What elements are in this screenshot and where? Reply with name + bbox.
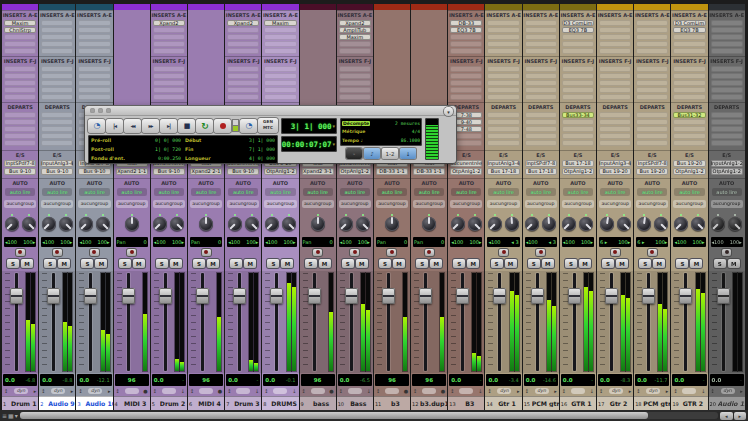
insert-slot[interactable] [673,41,705,47]
voice-spinner-icon[interactable]: ↕ [673,388,677,394]
insert-slot[interactable] [450,73,482,79]
sync-online-button[interactable]: ◔ [240,119,257,133]
volume-readout[interactable]: 0.0 [563,377,573,383]
insert-slot[interactable] [487,66,519,72]
send-slot[interactable] [562,126,594,132]
insert-slot[interactable] [562,87,594,93]
output-selector[interactable]: DB-33 1-1 [413,168,445,175]
pan-knob[interactable] [674,217,688,231]
send-slot[interactable] [599,112,631,118]
group-selector[interactable]: aucungroup [190,200,222,208]
output-selector[interactable]: Xpand2 1-1 [116,168,148,175]
insert-slot[interactable]: ChnlStrp [4,27,36,33]
pan-value-display[interactable]: ◂100100▸ [227,237,259,247]
send-slot[interactable] [41,140,73,146]
pan-knob[interactable] [245,217,259,231]
voice-spinner-icon[interactable]: ↕ [190,388,194,394]
insert-slot[interactable] [636,20,668,26]
track-name-row[interactable]: 7 Drum 3 [225,396,261,410]
pan-value-display[interactable]: ◂100100▸ [41,237,73,247]
output-window-icon[interactable]: ↓ [478,388,482,394]
mix-view-icon[interactable]: ▾ [15,412,18,420]
send-slot[interactable] [562,133,594,139]
volume-readout[interactable]: 0.0 [228,377,238,383]
insert-slot[interactable] [487,80,519,86]
send-slot[interactable] [41,133,73,139]
pan-value-display[interactable]: ◂100100▸ [339,237,371,247]
track-name-row[interactable]: 13 B3 [448,396,484,410]
insert-slot[interactable] [673,34,705,40]
group-selector[interactable]: aucungroup [41,200,73,208]
pan-knob[interactable] [488,217,502,231]
fader-handle[interactable] [493,288,506,304]
solo-button[interactable]: S [416,259,428,268]
insert-slot[interactable] [153,41,185,47]
mute-button[interactable]: M [133,259,145,268]
record-arm-button[interactable] [387,249,396,256]
track-name-row[interactable]: 11 b3 [374,396,410,410]
insert-slot[interactable]: Xpand2 [227,20,259,26]
insert-slot[interactable] [525,94,557,100]
group-selector[interactable]: aucungroup [673,200,705,208]
mute-button[interactable]: M [58,259,70,268]
insert-slot[interactable] [227,66,259,72]
voice-selector[interactable] [273,388,287,394]
pan-value-display[interactable]: ◂100100▸ [711,237,743,247]
peak-readout[interactable]: - [740,377,742,383]
pan-knob[interactable] [79,217,93,231]
peak-readout[interactable]: - [703,377,705,383]
record-button[interactable] [214,119,231,133]
voice-spinner-icon[interactable]: ↕ [376,388,380,394]
mute-button[interactable]: M [505,259,517,268]
insert-slot[interactable] [339,41,371,47]
track-name[interactable]: b3 [383,400,410,407]
insert-slot[interactable] [636,41,668,47]
midi-setting-label[interactable]: Tempo ♩ [342,138,363,143]
send-slot[interactable] [711,133,743,139]
insert-slot[interactable] [78,66,110,72]
peak-readout[interactable]: -0.1 [286,377,296,383]
insert-slot[interactable] [227,41,259,47]
send-slot[interactable] [636,140,668,146]
insert-slot[interactable] [636,94,668,100]
send-slot[interactable] [4,112,36,118]
insert-slot[interactable] [78,73,110,79]
mix-view-controls[interactable]: ≡▦▾ [0,412,18,420]
group-selector[interactable]: aucungroup [227,200,259,208]
track-name-row[interactable]: 2 Audio 9 [39,396,75,410]
insert-slot[interactable] [711,87,743,93]
insert-slot[interactable] [599,94,631,100]
insert-slot[interactable] [599,66,631,72]
output-selector[interactable]: Bus 19-20 [599,168,631,175]
insert-slot[interactable] [562,94,594,100]
pan-value-display[interactable]: ◂100100▸ [264,237,296,247]
record-arm-button[interactable] [648,249,657,256]
pan-value-display[interactable]: Pan0 [413,237,445,247]
pan-value-display[interactable]: Pan0 [302,237,334,247]
pan-value-display[interactable]: ◂100100▸ [4,237,36,247]
mute-button[interactable]: M [616,259,628,268]
insert-slot[interactable] [264,73,296,79]
insert-slot[interactable] [4,80,36,86]
insert-slot[interactable] [450,41,482,47]
send-slot[interactable] [636,126,668,132]
insert-slot[interactable] [264,94,296,100]
insert-slot[interactable] [450,66,482,72]
peak-readout[interactable]: - [257,377,259,383]
insert-slot[interactable] [711,94,743,100]
send-slot[interactable] [525,140,557,146]
pan-knob[interactable] [282,217,296,231]
scrollbar-thumb[interactable] [20,412,648,419]
insert-slot[interactable] [487,87,519,93]
peak-readout[interactable]: -12.1 [97,377,110,383]
record-arm-button[interactable] [425,249,434,256]
track-name[interactable]: GTR 2 [680,400,707,407]
send-slot[interactable] [599,133,631,139]
scroll-right-button[interactable]: ▸ [734,412,747,420]
record-arm-button[interactable] [53,249,62,256]
track-name[interactable]: PCM gtr1 [532,400,559,407]
insert-slot[interactable] [4,94,36,100]
voice-spinner-icon[interactable]: ↕ [116,388,120,394]
input-selector[interactable]: InputAnlg1-2 [711,160,743,167]
length-value[interactable]: 4| 0| 000 [249,156,275,161]
